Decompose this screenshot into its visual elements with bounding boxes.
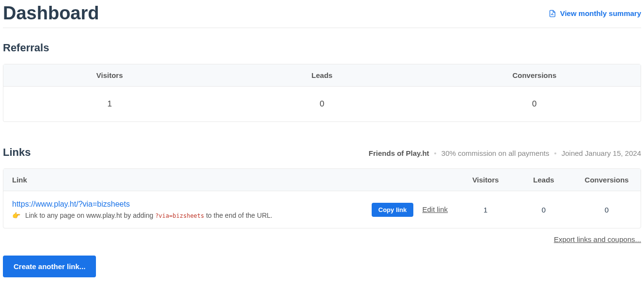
referrals-col-conversions: Conversions — [428, 64, 641, 87]
separator-dot: • — [554, 149, 556, 157]
referrals-section-title: Referrals — [3, 42, 641, 54]
referrals-visitors-value: 1 — [3, 87, 216, 121]
link-hint: 👉 Link to any page on www.play.ht by add… — [12, 211, 354, 219]
page-title: Dashboard — [3, 3, 99, 24]
commission-text: 30% commission on all payments — [441, 149, 550, 157]
hint-code: ?via=bizsheets — [155, 212, 204, 219]
links-col-leads: Leads — [515, 169, 573, 191]
links-col-link: Link — [3, 169, 363, 191]
links-table: Link Visitors Leads Conversions https://… — [3, 168, 641, 228]
chart-icon — [549, 10, 556, 17]
joined-text: Joined January 15, 2024 — [562, 149, 641, 157]
export-links-button[interactable]: Export links and coupons... — [554, 235, 641, 243]
view-monthly-summary-link[interactable]: View monthly summary — [549, 9, 641, 17]
links-section-title: Links — [3, 146, 31, 159]
link-leads-value: 0 — [515, 191, 573, 228]
copy-link-button[interactable]: Copy link — [372, 203, 414, 217]
link-conversions-value: 0 — [573, 191, 641, 228]
referrals-stats-table: Visitors Leads Conversions 1 0 0 — [3, 64, 641, 122]
referrals-col-leads: Leads — [216, 64, 428, 87]
referrals-values-row: 1 0 0 — [3, 87, 641, 121]
hint-prefix: Link to any page on www.play.ht by addin… — [25, 211, 155, 219]
pointing-hand-icon: 👉 — [12, 211, 20, 219]
edit-link-button[interactable]: Edit link — [422, 205, 448, 213]
separator-dot: • — [434, 149, 437, 157]
view-monthly-summary-label: View monthly summary — [560, 9, 641, 17]
table-row: https://www.play.ht/?via=bizsheets 👉 Lin… — [3, 191, 641, 228]
links-col-visitors: Visitors — [456, 169, 515, 191]
program-name: Friends of Play.ht — [369, 149, 429, 157]
referral-link-url[interactable]: https://www.play.ht/?via=bizsheets — [12, 200, 130, 209]
links-col-conversions: Conversions — [573, 169, 641, 191]
hint-suffix: to the end of the URL. — [204, 211, 272, 219]
referrals-conversions-value: 0 — [428, 87, 641, 121]
create-another-link-button[interactable]: Create another link... — [3, 256, 96, 277]
referrals-leads-value: 0 — [216, 87, 428, 121]
link-visitors-value: 1 — [456, 191, 515, 228]
links-meta: Friends of Play.ht • 30% commission on a… — [369, 149, 641, 157]
referrals-col-visitors: Visitors — [3, 64, 216, 87]
